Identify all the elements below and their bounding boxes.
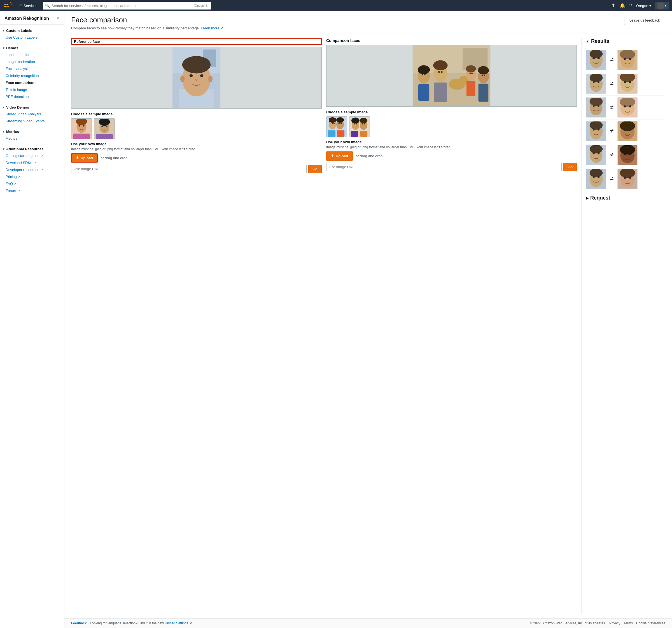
svg-point-16 [83,125,85,126]
sidebar-section-custom-labels-toggle[interactable]: ▼ Custom Labels [0,27,64,34]
svg-point-8 [190,74,193,77]
reference-url-row: Go [71,165,322,173]
sidebar-section-video-demos-toggle[interactable]: ▼ Video Demos [0,104,64,110]
svg-rect-66 [360,131,367,137]
reference-choose-sample-label: Choose a sample image [71,112,322,116]
sidebar-item-developer-resources[interactable]: Developer resources ↗ [0,166,64,173]
reference-url-input[interactable] [71,165,307,173]
sidebar-item-image-moderation[interactable]: Image moderation [0,58,64,65]
sample-thumb-teen-girls[interactable] [349,117,370,137]
user-menu[interactable]: ▾ [655,2,669,9]
sidebar-item-streaming-video-events[interactable]: Streaming Video Events [0,118,64,125]
svg-point-29 [418,65,430,74]
comparison-face-label: Comparison faces [326,38,577,43]
region-selector[interactable]: Oregon ▾ [636,4,651,8]
svg-point-90 [629,81,631,83]
cookie-preferences-link[interactable]: Cookie preferences [636,621,665,625]
sidebar-item-getting-started-guide[interactable]: Getting started guide ↗ [0,152,64,159]
svg-point-41 [422,74,423,76]
leave-feedback-button[interactable]: Leave us feedback [624,16,665,25]
image-panels: Reference face [71,38,577,614]
comparison-own-image-title: Use your own image [326,140,577,144]
reference-go-button[interactable]: Go [308,165,322,173]
sidebar-item-face-comparison[interactable]: Face comparison [0,79,64,86]
sidebar-item-forum[interactable]: Forum ↗ [0,187,64,194]
results-header[interactable]: ▼ Results [586,38,665,44]
aws-logo[interactable]: aws [3,2,14,9]
sidebar-header: Amazon Rekognition ✕ [0,11,64,25]
arrow-icon: ▼ [2,47,5,50]
sidebar-item-facial-analysis[interactable]: Facial analysis [0,65,64,72]
svg-point-84 [593,81,595,83]
svg-point-42 [424,74,426,76]
bell-icon[interactable]: 🔔 [619,2,625,9]
svg-point-37 [466,65,476,73]
sidebar-item-label-detection[interactable]: Label detection [0,51,64,58]
result-face-left-4 [586,121,606,141]
sample-thumb-asian-girl[interactable] [94,118,115,139]
sample-thumb-girls-group[interactable] [326,117,347,137]
sidebar-close-button[interactable]: ✕ [56,16,59,21]
request-header[interactable]: ▶ Request [586,195,665,201]
svg-point-47 [482,75,483,76]
sidebar-item-celebrity-recognition[interactable]: Celebrity recognition [0,72,64,79]
sidebar-item-ppe-detection[interactable]: PPE detection [0,93,64,100]
svg-rect-39 [479,84,488,102]
sidebar-section-metrics-toggle[interactable]: ▼ Metrics [0,128,64,135]
services-button[interactable]: ⊞ Services [17,2,40,9]
nav-icons: ⬆ 🔔 ? Oregon ▾ ▾ [611,2,669,9]
result-face-left-2 [586,74,606,94]
result-face-left-6 [586,169,606,189]
svg-point-116 [593,152,595,154]
result-face-left-1 [586,50,606,70]
result-face-right-2 [617,74,638,94]
request-title: Request [590,195,610,201]
reference-upload-button[interactable]: ⬆ Upload [71,153,98,162]
sidebar-item-pricing[interactable]: Pricing ↗ [0,173,64,180]
section-label: Demos [6,46,18,50]
learn-more-link[interactable]: Learn more ↗ [201,26,223,30]
sidebar-item-stored-video-analysis[interactable]: Stored Video Analysis [0,110,64,118]
svg-point-44 [441,71,443,73]
svg-point-51 [329,117,336,123]
comparison-face-panel: Comparison faces [326,38,577,614]
result-face-right-5 [617,145,638,165]
svg-text:aws: aws [4,3,9,6]
svg-point-57 [334,123,335,124]
terms-link[interactable]: Terms [624,621,633,625]
upload-icon[interactable]: ⬆ [611,2,616,9]
svg-point-126 [593,176,595,178]
svg-point-68 [356,123,357,125]
sample-thumb-girl[interactable] [71,118,92,139]
search-input[interactable] [51,4,192,8]
comparison-go-button[interactable]: Go [563,163,577,171]
svg-point-69 [362,123,363,125]
svg-point-127 [598,176,599,178]
svg-point-105 [598,129,599,131]
svg-point-59 [340,123,342,124]
svg-point-132 [629,177,631,179]
privacy-link[interactable]: Privacy [609,621,620,625]
result-row-1: ≠ [586,48,665,72]
result-face-right-3 [617,97,638,118]
sidebar-item-use-custom-labels[interactable]: Use Custom Labels [0,34,64,41]
sidebar-item-download-sdks[interactable]: Download SDKs ↗ [0,159,64,166]
comparison-upload-row: ⬆ Upload or drag and drop [326,151,577,161]
sidebar-section-additional-resources-toggle[interactable]: ▼ Additional Resources [0,146,64,152]
reference-own-image-title: Use your own image [71,142,322,146]
bottom-feedback-link[interactable]: Feedback [71,621,87,625]
sidebar-section-demos-toggle[interactable]: ▼ Demos [0,45,64,51]
comparison-choose-sample-label: Choose a sample image [326,110,577,114]
unified-settings-link[interactable]: Unified Settings ↗ [165,621,192,625]
comparison-upload-button[interactable]: ⬆ Upload [326,151,353,161]
sidebar-item-faq[interactable]: FAQ ↗ [0,180,64,187]
sidebar-item-text-in-image[interactable]: Text in image [0,86,64,93]
external-link-icon: ↗ [33,161,36,165]
result-face-right-1 [617,50,638,70]
sidebar-item-metrics[interactable]: Metrics [0,135,64,142]
top-navigation: aws ⊞ Services 🔍 [Option+S] ⬆ 🔔 ? Oregon… [0,0,672,11]
svg-rect-65 [351,131,358,137]
help-icon[interactable]: ? [629,3,632,9]
comparison-url-input[interactable] [326,163,562,171]
services-label: Services [24,4,38,8]
